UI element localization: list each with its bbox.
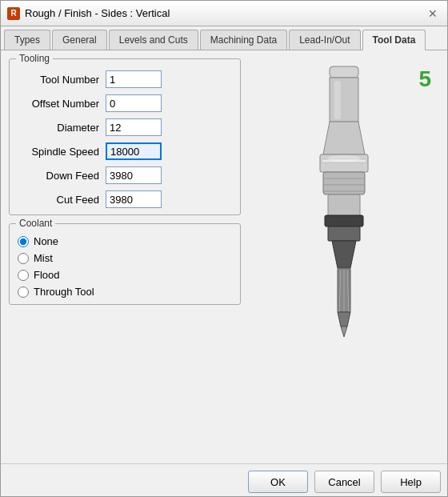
tool-number-row: Tool Number	[18, 70, 232, 88]
offset-number-row: Offset Number	[18, 94, 232, 112]
offset-number-input[interactable]	[106, 94, 162, 112]
coolant-none-label[interactable]: None	[34, 235, 58, 247]
main-area: Tooling Tool Number Offset Number Diamet…	[9, 58, 439, 452]
svg-marker-12	[332, 241, 356, 268]
svg-marker-17	[338, 312, 350, 327]
cut-feed-row: Cut Feed	[18, 190, 232, 208]
tabs-bar: Types General Levels and Cuts Machining …	[1, 26, 447, 50]
tool-number-label: Tool Number	[18, 74, 106, 86]
diameter-input[interactable]	[106, 118, 162, 136]
coolant-through-tool-label[interactable]: Through Tool	[34, 286, 94, 298]
ok-button[interactable]: OK	[248, 471, 308, 493]
help-button[interactable]: Help	[381, 471, 441, 493]
diameter-row: Diameter	[18, 118, 232, 136]
tooling-group-label: Tooling	[16, 53, 53, 64]
tab-lead-in-out[interactable]: Lead-In/Out	[289, 30, 360, 50]
window-title: Rough / Finish - Sides : Vertical	[25, 7, 170, 19]
coolant-mist-row: Mist	[18, 252, 232, 264]
svg-marker-18	[341, 327, 347, 337]
coolant-mist-label[interactable]: Mist	[34, 252, 53, 264]
coolant-flood-label[interactable]: Flood	[34, 269, 60, 281]
spindle-speed-row: Spindle Speed	[18, 142, 232, 160]
tab-types[interactable]: Types	[4, 30, 50, 50]
svg-rect-10	[325, 215, 363, 226]
svg-marker-2	[323, 122, 365, 154]
tooling-group: Tooling Tool Number Offset Number Diamet…	[9, 58, 241, 215]
svg-rect-11	[328, 226, 360, 241]
tab-machining-data[interactable]: Machining Data	[200, 30, 287, 50]
coolant-group-label: Coolant	[16, 218, 55, 229]
close-button[interactable]: ✕	[425, 6, 441, 22]
diameter-label: Diameter	[18, 122, 106, 134]
coolant-flood-row: Flood	[18, 269, 232, 281]
down-feed-label: Down Feed	[18, 170, 106, 182]
tool-image	[280, 58, 408, 363]
coolant-flood-radio[interactable]	[18, 270, 29, 281]
coolant-through-tool-radio[interactable]	[18, 287, 29, 298]
svg-rect-1	[330, 78, 358, 122]
coolant-none-radio[interactable]	[18, 236, 29, 247]
coolant-group: Coolant None Mist Flood	[9, 223, 241, 305]
coolant-none-row: None	[18, 235, 232, 247]
tool-badge: 5	[418, 66, 431, 92]
title-bar-left: R Rough / Finish - Sides : Vertical	[7, 7, 170, 20]
svg-point-19	[328, 155, 360, 162]
cancel-button[interactable]: Cancel	[314, 471, 374, 493]
coolant-mist-radio[interactable]	[18, 253, 29, 264]
tab-general[interactable]: General	[52, 30, 107, 50]
content-area: Tooling Tool Number Offset Number Diamet…	[1, 50, 447, 460]
tab-levels-cuts[interactable]: Levels and Cuts	[109, 30, 198, 50]
main-window: R Rough / Finish - Sides : Vertical ✕ Ty…	[0, 0, 448, 497]
right-panel: 5	[249, 58, 439, 452]
left-panel: Tooling Tool Number Offset Number Diamet…	[9, 58, 241, 452]
spindle-speed-label: Spindle Speed	[18, 146, 106, 158]
title-bar: R Rough / Finish - Sides : Vertical ✕	[1, 1, 447, 26]
tab-tool-data[interactable]: Tool Data	[362, 30, 426, 50]
down-feed-input[interactable]	[106, 166, 162, 184]
svg-rect-9	[328, 194, 360, 217]
cut-feed-label: Cut Feed	[18, 194, 106, 206]
tool-number-input[interactable]	[106, 70, 162, 88]
window-icon: R	[7, 7, 20, 20]
offset-number-label: Offset Number	[18, 98, 106, 110]
footer: OK Cancel Help	[1, 463, 447, 496]
svg-rect-20	[334, 81, 341, 119]
coolant-through-tool-row: Through Tool	[18, 286, 232, 298]
down-feed-row: Down Feed	[18, 166, 232, 184]
spindle-speed-input[interactable]	[106, 142, 162, 160]
svg-rect-0	[330, 66, 358, 78]
cut-feed-input[interactable]	[106, 190, 162, 208]
